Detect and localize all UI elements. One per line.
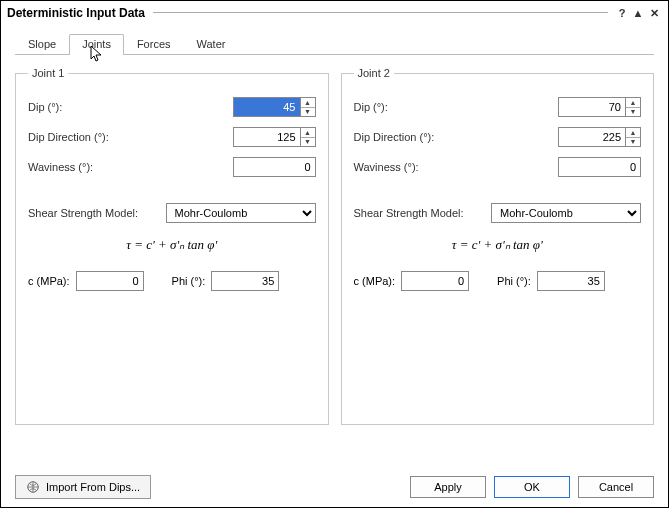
tab-water[interactable]: Water xyxy=(184,34,239,55)
joint2-c-label: c (MPa): xyxy=(354,275,396,287)
joint2-dipdir-label: Dip Direction (°): xyxy=(354,131,559,143)
joint1-phi-input[interactable] xyxy=(211,271,279,291)
footer-bar: Import From Dips... Apply OK Cancel xyxy=(15,475,654,499)
joint2-dip-spinner[interactable]: ▲▼ xyxy=(626,97,641,117)
joint1-formula: τ = c' + σ'ₙ tan φ' xyxy=(28,237,316,253)
joint2-c-input[interactable] xyxy=(401,271,469,291)
joint1-dip-input[interactable] xyxy=(233,97,301,117)
joint2-ssm-label: Shear Strength Model: xyxy=(354,207,492,219)
joint1-group: Joint 1 Dip (°): ▲▼ Dip Direction (°): ▲… xyxy=(15,67,329,425)
titlebar: Deterministic Input Data ? ▲ ✕ xyxy=(1,1,668,25)
joints-panel: Joint 1 Dip (°): ▲▼ Dip Direction (°): ▲… xyxy=(1,55,668,425)
import-from-dips-button[interactable]: Import From Dips... xyxy=(15,475,151,499)
joint1-ssm-label: Shear Strength Model: xyxy=(28,207,166,219)
tab-strip: Slope Joints Forces Water xyxy=(15,33,654,55)
dialog-window: Deterministic Input Data ? ▲ ✕ Slope Joi… xyxy=(0,0,669,508)
joint2-legend: Joint 2 xyxy=(354,67,394,79)
collapse-button[interactable]: ▲ xyxy=(630,7,646,19)
tab-slope[interactable]: Slope xyxy=(15,34,69,55)
joint2-wav-input[interactable] xyxy=(558,157,641,177)
joint1-dipdir-spinner[interactable]: ▲▼ xyxy=(301,127,316,147)
joint2-dip-input[interactable] xyxy=(558,97,626,117)
globe-icon xyxy=(26,480,40,494)
ok-button[interactable]: OK xyxy=(494,476,570,498)
joint2-group: Joint 2 Dip (°): ▲▼ Dip Direction (°): ▲… xyxy=(341,67,655,425)
joint2-dip-label: Dip (°): xyxy=(354,101,559,113)
joint2-wav-label: Waviness (°): xyxy=(354,161,559,173)
joint1-dip-spinner[interactable]: ▲▼ xyxy=(301,97,316,117)
joint1-phi-label: Phi (°): xyxy=(172,275,206,287)
tab-forces[interactable]: Forces xyxy=(124,34,184,55)
joint1-dip-label: Dip (°): xyxy=(28,101,233,113)
apply-button[interactable]: Apply xyxy=(410,476,486,498)
cancel-button[interactable]: Cancel xyxy=(578,476,654,498)
joint2-phi-input[interactable] xyxy=(537,271,605,291)
help-button[interactable]: ? xyxy=(614,7,630,19)
joint2-dipdir-spinner[interactable]: ▲▼ xyxy=(626,127,641,147)
joint2-formula: τ = c' + σ'ₙ tan φ' xyxy=(354,237,642,253)
joint2-phi-label: Phi (°): xyxy=(497,275,531,287)
joint1-c-label: c (MPa): xyxy=(28,275,70,287)
joint2-ssm-select[interactable]: Mohr-Coulomb xyxy=(491,203,641,223)
joint1-dipdir-label: Dip Direction (°): xyxy=(28,131,233,143)
import-from-dips-label: Import From Dips... xyxy=(46,481,140,493)
tab-joints[interactable]: Joints xyxy=(69,34,124,55)
joint2-dipdir-input[interactable] xyxy=(558,127,626,147)
close-button[interactable]: ✕ xyxy=(646,7,662,20)
joint1-dipdir-input[interactable] xyxy=(233,127,301,147)
title-rule xyxy=(153,12,608,14)
joint1-c-input[interactable] xyxy=(76,271,144,291)
joint1-wav-input[interactable] xyxy=(233,157,316,177)
joint1-ssm-select[interactable]: Mohr-Coulomb xyxy=(166,203,316,223)
joint1-wav-label: Waviness (°): xyxy=(28,161,233,173)
joint1-legend: Joint 1 xyxy=(28,67,68,79)
dialog-title: Deterministic Input Data xyxy=(7,6,145,20)
